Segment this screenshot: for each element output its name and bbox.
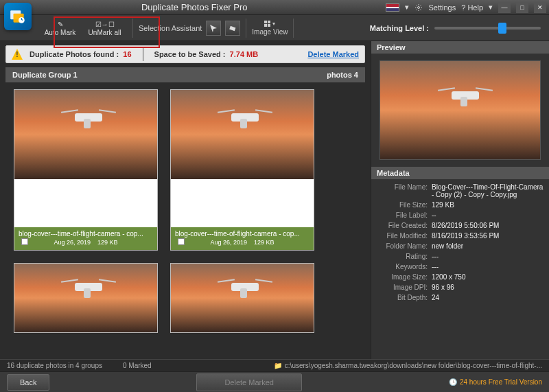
delete-marked-link[interactable]: Delete Marked (307, 50, 359, 58)
metadata-key: File Name: (377, 183, 432, 198)
thumbnail-date: Aug 26, 2019 (54, 239, 91, 246)
thumbnail-card[interactable] (14, 263, 158, 333)
preview-title: Preview (371, 41, 549, 54)
eraser-icon (229, 24, 237, 32)
help-dropdown-caret[interactable]: ▾ (489, 3, 493, 12)
imageview-label: Image View (252, 28, 288, 36)
imageview-button[interactable]: ▾ (264, 21, 275, 27)
status-summary: 16 duplicate photos in 4 groups (7, 362, 102, 369)
metadata-row: File Name:Blog-Cover---Time-Of-Flight-Ca… (377, 182, 544, 200)
unmarkall-label: UnMark all (89, 29, 121, 36)
metadata-value: Blog-Cover---Time-Of-Flight-Camera - Cop… (432, 183, 544, 198)
metadata-value: 8/16/2019 3:53:56 PM (432, 232, 544, 240)
app-logo-icon (4, 3, 32, 30)
folder-icon: 📁 (274, 362, 282, 369)
matching-level-slider[interactable] (434, 27, 541, 30)
metadata-row: Rating:--- (377, 251, 544, 262)
results-pane: ! Duplicate Photos found : 16 Space to b… (0, 41, 371, 359)
metadata-row: File Created:8/26/2019 5:50:06 PM (377, 220, 544, 231)
back-button[interactable]: Back (7, 374, 49, 391)
metadata-key: Folder Name: (377, 242, 432, 250)
minimize-button[interactable]: — (498, 2, 511, 13)
slider-thumb[interactable] (498, 23, 506, 34)
infobar-divider (143, 47, 143, 61)
language-flag-icon[interactable] (386, 3, 399, 12)
metadata-row: Keywords:--- (377, 262, 544, 272)
space-saved-value: 7.74 MB (230, 50, 259, 58)
selection-assistant-label: Selection Assistant (139, 24, 202, 32)
metadata-row: File Label:-- (377, 210, 544, 220)
metadata-value: 96 x 96 (432, 284, 544, 291)
thumbnail-size: 129 KB (97, 239, 118, 246)
close-button[interactable]: ✕ (534, 2, 546, 13)
metadata-title: Metadata (371, 167, 549, 179)
toolbar-divider (293, 19, 294, 38)
metadata-value: --- (432, 253, 544, 260)
group-photo-count: photos 4 (327, 71, 358, 79)
unmark-icon: ☑→☐ (95, 19, 115, 29)
status-path: c:\users\yogesh.sharma.tweakorg\download… (285, 362, 542, 369)
thumbnail-card[interactable]: blog-cover---time-of-flight-camera - cop… (170, 89, 314, 251)
automark-label: Auto Mark (45, 29, 76, 36)
metadata-key: File Modified: (377, 232, 432, 240)
status-marked: 0 Marked (123, 362, 152, 369)
metadata-row: File Size:129 KB (377, 200, 544, 210)
svg-rect-4 (230, 25, 236, 30)
thumbnail-card[interactable]: blog-cover---time-of-flight-camera - cop… (14, 89, 158, 251)
thumbnail-image (14, 90, 157, 179)
metadata-value: -- (432, 211, 544, 219)
svg-point-3 (418, 6, 420, 8)
toolbar-divider (132, 19, 133, 38)
settings-link[interactable]: Settings (428, 3, 456, 12)
arrow-icon (209, 24, 218, 32)
preview-image (379, 60, 541, 160)
wand-icon: ✎ (58, 19, 63, 29)
metadata-row: Folder Name:new folder (377, 241, 544, 251)
thumbnail-filename: blog-cover---time-of-flight-camera - cop… (175, 230, 309, 238)
toolbar-divider (246, 19, 246, 38)
unmarkall-button[interactable]: ☑→☐ UnMark all (82, 15, 127, 41)
help-link[interactable]: ? Help (461, 3, 483, 12)
metadata-key: Keywords: (377, 263, 432, 270)
delete-marked-button[interactable]: Delete Marked (196, 373, 302, 391)
thumbnail-checkbox[interactable] (178, 238, 185, 245)
metadata-list: File Name:Blog-Cover---Time-Of-Flight-Ca… (371, 179, 549, 359)
metadata-value: --- (432, 263, 544, 270)
thumbnail-grid: blog-cover---time-of-flight-camera - cop… (0, 82, 371, 340)
clock-icon: 🕒 (449, 378, 457, 386)
automark-button[interactable]: ✎ Auto Mark (38, 15, 82, 41)
toolbar: ✎ Auto Mark ☑→☐ UnMark all Selection Ass… (0, 15, 549, 41)
selection-tool-1-button[interactable] (206, 21, 221, 36)
titlebar: Duplicate Photos Fixer Pro ▾ Settings ? … (0, 0, 549, 15)
metadata-value: 129 KB (432, 201, 544, 209)
group-header: Duplicate Group 1 photos 4 (5, 67, 365, 82)
thumbnail-checkbox[interactable] (21, 238, 28, 245)
trial-label: 24 hours Free Trial Version (460, 378, 542, 386)
app-title: Duplicate Photos Fixer Pro (3, 2, 386, 12)
thumbnail-date: Aug 26, 2019 (210, 239, 247, 246)
metadata-key: Rating: (377, 253, 432, 260)
metadata-value: 8/26/2019 5:50:06 PM (432, 222, 544, 229)
thumbnail-image (171, 264, 314, 332)
warning-icon: ! (12, 49, 23, 60)
info-bar: ! Duplicate Photos found : 16 Space to b… (5, 45, 365, 63)
chevron-down-icon: ▾ (272, 21, 275, 27)
thumbnail-size: 129 KB (254, 239, 274, 246)
thumbnail-card[interactable] (170, 263, 314, 333)
thumbnail-image (171, 90, 314, 179)
duplicates-count: 16 (123, 50, 131, 58)
maximize-button[interactable]: □ (516, 2, 528, 13)
metadata-key: Image DPI: (377, 284, 432, 291)
metadata-value: 1200 x 750 (432, 273, 544, 281)
selection-tool-2-button[interactable] (225, 21, 240, 36)
preview-pane: Preview Metadata File Name:Blog-Cover---… (371, 41, 549, 359)
matching-level-label: Matching Level : (370, 24, 429, 32)
gear-icon (414, 3, 423, 12)
metadata-row: Bit Depth:24 (377, 292, 544, 303)
space-saved-label: Space to be Saved : (154, 50, 226, 58)
group-name: Duplicate Group 1 (12, 71, 78, 79)
language-dropdown-caret[interactable]: ▾ (405, 3, 409, 12)
thumbnail-filename: blog-cover---time-of-flight-camera - cop… (19, 230, 153, 238)
thumbnail-image (14, 264, 157, 332)
metadata-value: 24 (432, 294, 544, 301)
